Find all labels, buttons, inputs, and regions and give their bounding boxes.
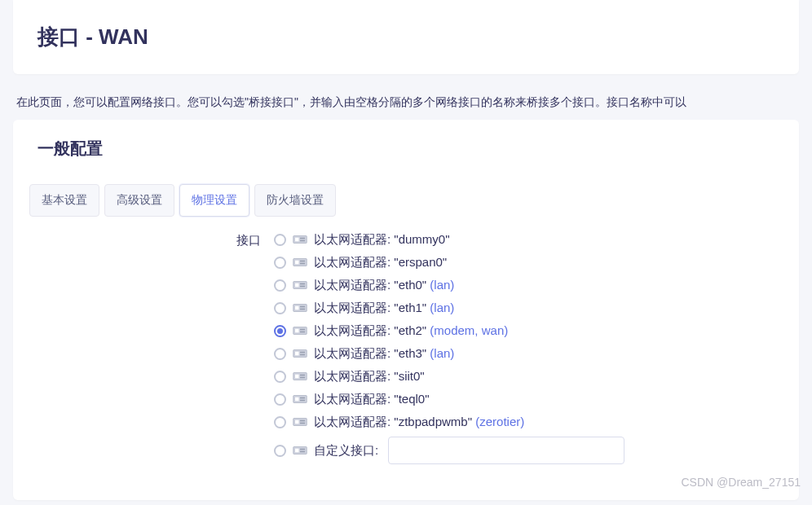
interface-option-2[interactable]: 以太网适配器: "eth0" (lan) (274, 274, 783, 296)
interface-option-3[interactable]: 以太网适配器: "eth1" (lan) (274, 296, 783, 319)
ethernet-adapter-icon (293, 257, 307, 268)
interface-option-7[interactable]: 以太网适配器: "teql0" (274, 388, 783, 411)
ethernet-adapter-icon (293, 348, 307, 359)
tab-2[interactable]: 物理设置 (179, 184, 249, 217)
form-area: 接口 以太网适配器: "dummy0"以太网适配器: "erspan0"以太网适… (13, 222, 799, 500)
interface-option-4[interactable]: 以太网适配器: "eth2" (modem, wan) (274, 319, 783, 342)
radio-button[interactable] (274, 234, 286, 246)
radio-button[interactable] (274, 393, 286, 406)
option-label: 以太网适配器: "siit0" (314, 368, 425, 384)
tab-1[interactable]: 高级设置 (104, 184, 174, 217)
interface-option-1[interactable]: 以太网适配器: "erspan0" (274, 251, 783, 274)
ethernet-adapter-icon (293, 445, 307, 456)
ethernet-adapter-icon (293, 416, 307, 428)
option-label: 以太网适配器: "eth1" (lan) (314, 300, 454, 316)
custom-interface-label: 自定义接口: (314, 442, 378, 459)
custom-interface-input[interactable] (388, 437, 624, 464)
radio-button[interactable] (274, 445, 286, 457)
interface-option-6[interactable]: 以太网适配器: "siit0" (274, 365, 783, 388)
interface-option-5[interactable]: 以太网适配器: "eth3" (lan) (274, 342, 783, 365)
tabs-row: 基本设置高级设置物理设置防火墙设置 (13, 184, 799, 222)
option-assignment: (lan) (426, 278, 454, 292)
option-label: 以太网适配器: "ztbpadpwmb" (zerotier) (314, 414, 524, 430)
ethernet-adapter-icon (293, 393, 307, 405)
radio-button[interactable] (274, 371, 286, 383)
form-label-interface: 接口 (29, 228, 274, 468)
interface-option-custom[interactable]: 自定义接口: (274, 433, 783, 468)
option-assignment: (zerotier) (472, 415, 524, 428)
page-description: 在此页面，您可以配置网络接口。您可以勾选"桥接接口"，并输入由空格分隔的多个网络… (0, 87, 812, 120)
radio-button[interactable] (274, 279, 286, 292)
option-label: 以太网适配器: "eth2" (modem, wan) (314, 323, 508, 339)
option-label: 以太网适配器: "teql0" (314, 391, 430, 407)
radio-button[interactable] (274, 302, 286, 314)
ethernet-adapter-icon (293, 371, 307, 382)
header-card: 接口 - WAN (13, 0, 799, 74)
option-label: 以太网适配器: "eth3" (lan) (314, 345, 454, 362)
tab-3[interactable]: 防火墙设置 (254, 184, 336, 217)
ethernet-adapter-icon (293, 234, 307, 245)
ethernet-adapter-icon (293, 325, 307, 336)
option-label: 以太网适配器: "dummy0" (314, 231, 450, 248)
ethernet-adapter-icon (293, 279, 307, 291)
radio-button[interactable] (274, 416, 286, 428)
radio-button[interactable] (274, 257, 286, 269)
radio-button[interactable] (274, 348, 286, 360)
page-title: 接口 - WAN (38, 23, 776, 51)
form-value-col: 以太网适配器: "dummy0"以太网适配器: "erspan0"以太网适配器:… (274, 228, 783, 468)
tab-0[interactable]: 基本设置 (29, 184, 99, 217)
section-title: 一般配置 (13, 120, 799, 184)
option-label: 以太网适配器: "erspan0" (314, 254, 447, 270)
ethernet-adapter-icon (293, 302, 307, 314)
radio-button[interactable] (274, 325, 286, 337)
option-assignment: (modem, wan) (426, 323, 508, 337)
interface-option-0[interactable]: 以太网适配器: "dummy0" (274, 228, 783, 251)
option-assignment: (lan) (426, 301, 454, 314)
option-label: 以太网适配器: "eth0" (lan) (314, 277, 454, 293)
interface-option-8[interactable]: 以太网适配器: "ztbpadpwmb" (zerotier) (274, 411, 783, 433)
config-card: 一般配置 基本设置高级设置物理设置防火墙设置 接口 以太网适配器: "dummy… (13, 120, 799, 500)
option-assignment: (lan) (426, 346, 454, 360)
